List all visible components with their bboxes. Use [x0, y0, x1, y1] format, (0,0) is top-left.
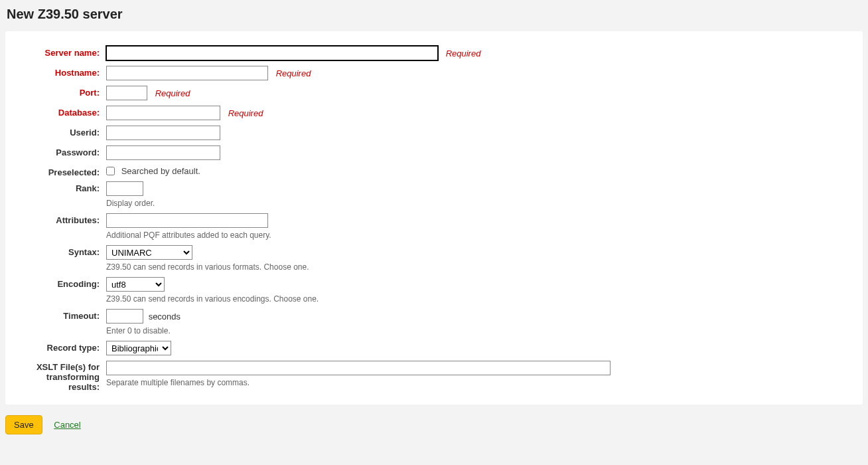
timeout-suffix: seconds: [149, 312, 181, 322]
cancel-link[interactable]: Cancel: [54, 420, 80, 430]
syntax-label: Syntax:: [21, 245, 100, 257]
rank-input[interactable]: [106, 181, 143, 196]
form-card: Server name: Required Hostname: Required…: [5, 31, 863, 405]
preselected-checkbox[interactable]: [106, 167, 115, 175]
syntax-select[interactable]: UNIMARC: [106, 245, 192, 260]
preselected-checkbox-label: Searched by default.: [121, 166, 200, 176]
rank-label: Rank:: [21, 181, 100, 193]
xslt-input[interactable]: [106, 361, 611, 375]
attributes-hint: Additional PQF attributes added to each …: [106, 231, 847, 240]
timeout-input[interactable]: [106, 309, 143, 324]
hostname-required: Required: [276, 68, 311, 78]
userid-label: Userid:: [21, 126, 100, 138]
record-type-select[interactable]: Bibliographic: [106, 341, 171, 355]
attributes-label: Attributes:: [21, 213, 100, 225]
port-required: Required: [155, 88, 190, 98]
password-label: Password:: [21, 145, 100, 157]
timeout-label: Timeout:: [21, 309, 100, 321]
password-input[interactable]: [106, 145, 220, 160]
attributes-input[interactable]: [106, 213, 268, 228]
server-name-input[interactable]: [106, 46, 438, 60]
server-name-label: Server name:: [21, 46, 100, 58]
hostname-input[interactable]: [106, 66, 268, 80]
port-label: Port:: [21, 86, 100, 98]
preselected-label: Preselected:: [21, 165, 100, 177]
hostname-label: Hostname:: [21, 66, 100, 78]
timeout-hint: Enter 0 to disable.: [106, 326, 847, 335]
page-title: New Z39.50 server: [7, 7, 863, 22]
rank-hint: Display order.: [106, 199, 847, 208]
encoding-select[interactable]: utf8: [106, 277, 165, 292]
port-input[interactable]: [106, 86, 147, 100]
encoding-hint: Z39.50 can send records in various encod…: [106, 294, 847, 304]
server-name-required: Required: [446, 48, 481, 58]
database-required: Required: [228, 108, 263, 118]
xslt-hint: Separate multiple filenames by commas.: [106, 378, 847, 387]
encoding-label: Encoding:: [21, 277, 100, 289]
record-type-label: Record type:: [21, 341, 100, 353]
save-button[interactable]: Save: [5, 415, 42, 434]
form-actions: Save Cancel: [5, 414, 863, 434]
database-input[interactable]: [106, 106, 220, 120]
syntax-hint: Z39.50 can send records in various forma…: [106, 262, 847, 272]
database-label: Database:: [21, 106, 100, 118]
userid-input[interactable]: [106, 126, 220, 140]
xslt-label: XSLT File(s) for transforming results:: [21, 361, 100, 393]
